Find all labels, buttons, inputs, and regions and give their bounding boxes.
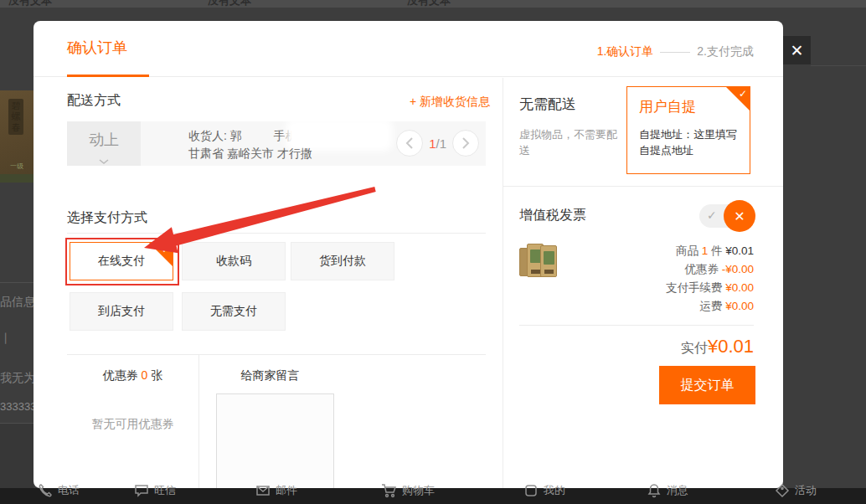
total-label: 实付: [681, 341, 708, 355]
delivery-option-desc: 自提地址：这里填写自提点地址: [639, 126, 738, 158]
summary-value: -¥0.00: [722, 263, 754, 275]
receiver-label: 收货人: 郭: [188, 129, 242, 142]
address-receiver-line: 收货人: 郭 手机:: [188, 129, 301, 144]
chevron-down-icon: [99, 159, 109, 164]
summary-label: 商品: [676, 244, 702, 257]
pager-next-button[interactable]: [452, 130, 479, 157]
payment-section: 选择支付方式: [67, 209, 486, 234]
address-card[interactable]: 动上 收货人: 郭 手机: 甘肃省 嘉峪关市 才行撒 1/1: [67, 121, 486, 166]
column-divider: [503, 78, 503, 488]
background-tab: 没有文本: [8, 0, 52, 8]
toolbar-item-label: 活动: [795, 483, 817, 498]
coupon-empty-text: 暂无可用优惠券: [67, 417, 198, 432]
title-underline: [67, 75, 149, 77]
bottom-toolbar: 电话 旺信 邮件 购物车 我的 消息 活动: [0, 488, 866, 504]
delivery-option-title: 无需配送: [519, 95, 620, 114]
summary-label: 支付手续费: [666, 281, 725, 294]
payment-option-cod[interactable]: 货到付款: [291, 242, 394, 280]
modal-title: 确认订单: [67, 38, 127, 58]
address-pager: 1/1: [396, 130, 479, 157]
payment-option-label: 收款码: [216, 254, 251, 269]
address-tab[interactable]: 动上: [67, 121, 141, 166]
modal-close-button[interactable]: ✕: [783, 36, 811, 64]
confirm-order-modal: 确认订单 1.确认订单 2.支付完成 配送方式 + 新增收货信息 动上 收货人:…: [34, 21, 783, 488]
background-text-fragment: 品信息: [0, 295, 34, 310]
tag-icon: [775, 483, 790, 498]
payment-option-qrcode[interactable]: 收款码: [182, 242, 286, 280]
bell-icon: [647, 483, 662, 498]
pager-total: /1: [436, 136, 446, 151]
submit-order-button[interactable]: 提交订单: [659, 366, 755, 404]
toolbar-item-activity[interactable]: 活动: [775, 478, 817, 503]
total-row: 实付¥0.01: [553, 336, 754, 357]
shipping-section-title: 配送方式: [67, 92, 121, 110]
toolbar-item-mail[interactable]: 邮件: [255, 478, 297, 503]
chat-icon: [134, 483, 149, 498]
background-text-fragment: 丨: [0, 332, 8, 347]
toggle-close-icon: ✕: [734, 208, 745, 224]
phone-icon: [38, 483, 53, 498]
coupon-unit: 张: [147, 368, 162, 382]
toggle-check-icon: ✓: [707, 208, 717, 222]
section-divider: [503, 186, 783, 187]
background-divider: [811, 65, 866, 66]
toolbar-item-label: 邮件: [276, 483, 297, 498]
toolbar-item-phone[interactable]: 电话: [38, 478, 80, 503]
pager-prev-button[interactable]: [396, 130, 423, 157]
total-value: ¥0.01: [708, 336, 754, 357]
background-tab: 没有文本: [208, 0, 251, 8]
background-lower-panel: [0, 424, 34, 488]
delivery-option-self-pickup[interactable]: 用户自提 自提地址：这里填写自提点地址 ✓: [626, 86, 750, 174]
summary-unit: 件: [708, 244, 725, 257]
phone-redaction-blur: [291, 124, 387, 146]
cart-icon: [381, 483, 397, 498]
toolbar-item-label: 旺信: [154, 483, 176, 498]
pager-count: 1/1: [429, 136, 446, 151]
summary-divider: [519, 325, 754, 326]
payment-option-instore[interactable]: 到店支付: [70, 292, 173, 331]
payment-option-label: 无需支付: [210, 304, 257, 319]
background-product-image: 碧螺春 一级: [0, 90, 34, 183]
summary-line-coupon: 优惠券 -¥0.00: [553, 262, 754, 277]
invoice-toggle-off-button[interactable]: ✕: [724, 200, 755, 232]
merchant-message-input[interactable]: [216, 393, 334, 488]
add-address-link[interactable]: + 新增收货信息: [285, 95, 490, 110]
coupon-message-divider: [198, 354, 199, 488]
coupon-label: 优惠券: [103, 368, 142, 382]
check-icon: ✓: [162, 244, 170, 255]
delivery-option-title: 用户自提: [639, 97, 738, 116]
payment-option-label: 到店支付: [98, 304, 145, 319]
delivery-option-desc: 虚拟物品，不需要配送: [519, 126, 618, 158]
payment-option-label: 在线支付: [98, 254, 145, 269]
step-confirm-order: 1.确认订单: [597, 44, 654, 59]
background-top-tabs: 没有文本 没有文本 没有文本: [0, 0, 866, 8]
payment-option-nopay[interactable]: 无需支付: [182, 292, 286, 331]
address-tab-label: 动上: [67, 130, 141, 150]
toolbar-item-label: 消息: [667, 483, 688, 498]
toolbar-item-label: 购物车: [402, 483, 435, 498]
payment-option-online[interactable]: 在线支付 ✓: [70, 242, 173, 280]
chevron-left-icon: [405, 137, 414, 149]
summary-line-items: 商品 1 件 ¥0.01: [553, 244, 754, 259]
address-region-line: 甘肃省 嘉峪关市 才行撒: [188, 147, 312, 162]
summary-value: ¥0.01: [725, 244, 754, 257]
delivery-option-no-shipping[interactable]: 无需配送 虚拟物品，不需要配送: [519, 95, 620, 158]
summary-line-shipping: 运费 ¥0.00: [553, 299, 754, 314]
coupon-title: 优惠券 0 张: [67, 368, 198, 383]
toolbar-item-messages[interactable]: 消息: [647, 478, 688, 503]
background-divider: [0, 282, 34, 283]
summary-label: 运费: [699, 300, 725, 312]
summary-value: ¥0.00: [725, 281, 754, 294]
toolbar-item-mine[interactable]: 我的: [523, 478, 565, 503]
payment-option-label: 货到付款: [319, 254, 366, 269]
toolbar-item-wangxin[interactable]: 旺信: [134, 478, 176, 503]
mail-icon: [255, 483, 271, 498]
product-grade-label: 一级: [10, 162, 23, 171]
profile-icon: [523, 483, 539, 498]
step-payment-complete: 2.支付完成: [697, 44, 754, 59]
merchant-message-title: 给商家留言: [211, 368, 329, 383]
summary-line-fee: 支付手续费 ¥0.00: [553, 280, 754, 296]
page-backdrop: 没有文本 没有文本 没有文本 碧螺春 一级 品信息 丨 我无为 33333333…: [0, 0, 866, 504]
toolbar-item-cart[interactable]: 购物车: [381, 478, 435, 503]
product-name-vertical: 碧螺春: [8, 99, 23, 135]
